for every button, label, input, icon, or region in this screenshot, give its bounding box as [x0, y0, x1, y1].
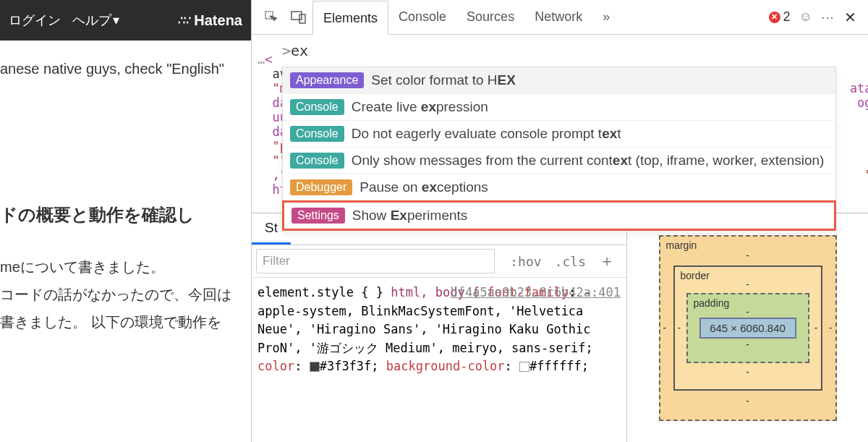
tab-network[interactable]: Network: [524, 0, 592, 34]
badge-debugger: Debugger: [290, 179, 352, 195]
cmd-item-eager-eval[interactable]: Console Do not eagerly evaluate console …: [283, 121, 835, 148]
box-model-padding[interactable]: padding - 645 × 6060.840 -: [686, 293, 809, 363]
error-icon: ✕: [769, 12, 780, 23]
tab-console[interactable]: Console: [388, 0, 456, 34]
article-text: コードの話がなかったので、今回は: [0, 281, 251, 308]
devtools-tabbar: Elements Console Sources Network » ✕ 2 ☺…: [252, 0, 868, 35]
cmd-item-appearance-hex[interactable]: Appearance Set color format to HEX: [283, 67, 835, 94]
hov-toggle[interactable]: :hov: [510, 254, 541, 269]
box-model-border[interactable]: border -- - padding - 645 × 6060.840 - -: [673, 265, 822, 391]
badge-settings: Settings: [292, 208, 345, 224]
badge-console: Console: [290, 153, 344, 169]
more-tabs-icon[interactable]: »: [592, 0, 620, 34]
help-menu[interactable]: ヘルプ ▾: [72, 12, 119, 29]
css-rules[interactable]: element.style { } html, body {bf4a5ae9b2…: [252, 278, 626, 382]
article-text: meについて書きました。: [0, 253, 251, 281]
feedback-icon[interactable]: ☺: [799, 9, 812, 25]
cmd-item-only-context[interactable]: Console Only show messages from the curr…: [283, 148, 835, 174]
article-text: 書きました。 以下の環境で動作を: [0, 308, 251, 336]
error-count[interactable]: ✕ 2: [769, 9, 791, 25]
box-model-content[interactable]: 645 × 6060.840: [699, 318, 796, 339]
badge-appearance: Appearance: [290, 72, 364, 88]
new-rule-icon[interactable]: ＋: [599, 250, 615, 272]
tab-sources[interactable]: Sources: [456, 0, 524, 34]
page-content: ログイン ヘルプ ▾ ∴∵ Hatena anese native guys, …: [0, 0, 251, 442]
login-link[interactable]: ログイン: [9, 12, 61, 29]
site-header: ログイン ヘルプ ▾ ∴∵ Hatena: [0, 0, 251, 41]
cls-toggle[interactable]: .cls: [555, 254, 586, 269]
badge-console: Console: [290, 126, 344, 142]
badge-console: Console: [290, 99, 344, 115]
svg-rect-2: [299, 14, 305, 23]
command-palette-input[interactable]: >ex: [282, 35, 836, 67]
styles-filter-input[interactable]: Filter: [256, 249, 495, 273]
color-swatch[interactable]: [519, 362, 529, 372]
element-style-selector: element.style {: [258, 285, 369, 299]
color-swatch[interactable]: [310, 362, 320, 372]
styles-panel: St Filter :hov .cls ＋ element.style { } …: [252, 213, 626, 442]
close-icon[interactable]: ✕: [844, 9, 856, 26]
box-model-margin[interactable]: margin -- - border -- - padding - 645 × …: [659, 235, 837, 421]
svg-rect-1: [292, 12, 302, 20]
rule-source-link[interactable]: bf4a5ae9b23…8c6b42a:401: [451, 284, 621, 302]
kebab-menu-icon[interactable]: ⋯: [821, 9, 835, 25]
hatena-mark-icon: ∴∵: [178, 14, 190, 27]
article-heading: ドの概要と動作を確認し: [0, 198, 251, 231]
cmd-item-pause-exceptions[interactable]: Debugger Pause on exceptions: [283, 174, 835, 201]
hatena-logo[interactable]: ∴∵ Hatena: [178, 12, 242, 29]
article-text: anese native guys, check "English": [0, 55, 251, 82]
cmd-item-live-expression[interactable]: Console Create live expression: [283, 94, 835, 121]
command-palette-dropdown: Appearance Set color format to HEX Conso…: [282, 67, 836, 231]
cmd-item-show-experiments[interactable]: Settings Show Experiments: [282, 200, 836, 231]
tab-elements[interactable]: Elements: [312, 1, 388, 35]
inspect-icon[interactable]: [258, 0, 285, 34]
box-model-panel: margin -- - border -- - padding - 645 × …: [626, 213, 868, 442]
chevron-down-icon: ▾: [113, 12, 119, 28]
device-toggle-icon[interactable]: [285, 0, 312, 34]
